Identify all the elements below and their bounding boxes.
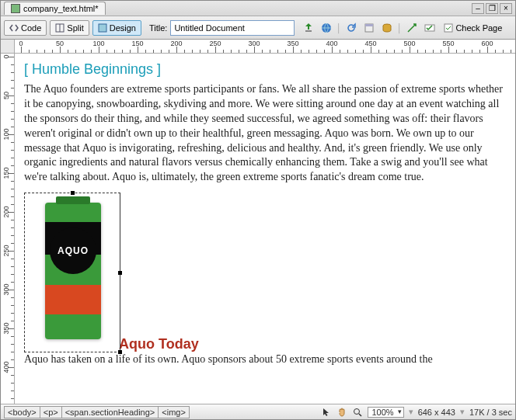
tag-selector-item[interactable]: <span.sectionHeading> [61,406,159,418]
title-label: Title: [149,23,167,33]
code-label: Code [21,23,41,33]
section-heading-2[interactable]: Aquo Today [119,336,199,352]
visual-aids-icon[interactable] [404,20,420,36]
svg-line-10 [359,414,361,416]
hand-tool-icon[interactable] [336,407,347,418]
browser-preview-icon[interactable] [319,20,334,36]
paragraph-1[interactable]: The Aquo founders are extreme sports par… [24,82,506,185]
pointer-tool-icon[interactable] [321,407,332,418]
split-label: Split [67,23,83,33]
zoom-tool-icon[interactable] [352,407,363,418]
split-view-button[interactable]: Split [50,20,89,36]
file-management-icon[interactable] [361,20,377,36]
filesize-download: 17K / 3 sec [469,408,512,417]
document-toolbar: Code Split Design Title: │ │ Check Page [1,16,515,40]
bracket-open: [ [24,61,32,77]
document-tab[interactable]: company_text.html* [4,2,106,15]
design-icon [98,23,107,33]
code-icon [9,23,19,33]
status-bar: <body><p><span.sectionHeading><img> 100%… [1,404,515,419]
separator: │ [397,20,402,36]
check-page-button[interactable]: Check Page [440,20,506,36]
svg-point-9 [354,408,360,414]
separator: ▾ [460,407,465,417]
separator: ▾ [409,407,413,417]
resize-handle[interactable] [118,271,122,275]
vertical-ruler: 050100150200250300350400 [1,54,15,404]
tag-selector-item[interactable]: <img> [158,406,190,418]
tag-selector-item[interactable]: <p> [40,406,62,418]
design-label: Design [110,23,136,33]
selected-image[interactable]: AQUO [24,193,120,352]
svg-rect-8 [445,24,452,32]
tag-selector-item[interactable]: <body> [4,406,40,418]
close-button[interactable]: × [500,3,512,14]
document-tabbar: company_text.html* – ❐ × [1,1,515,16]
section-heading-1[interactable]: [ Humble Beginnings ] [24,61,506,78]
design-view-button[interactable]: Design [92,20,141,36]
title-input[interactable] [170,20,295,36]
minimize-button[interactable]: – [472,3,484,14]
window-dimensions[interactable]: 646 x 443 [418,408,455,417]
edit-area: 050100150200250300350400 [ Humble Beginn… [1,54,515,404]
refresh-icon[interactable] [343,20,359,36]
refresh-split-icon[interactable] [301,20,316,36]
code-view-button[interactable]: Code [4,20,47,36]
restore-button[interactable]: ❐ [486,3,498,14]
product-logo-text: AQUO [50,227,96,274]
ruler-corner [1,40,15,54]
bracket-close: ] [153,61,161,77]
validate-icon[interactable] [422,20,438,36]
file-icon [11,4,20,13]
horizontal-ruler: 050100150200250300350400450500550600 [15,40,515,54]
zoom-dropdown[interactable]: 100% [368,407,403,418]
design-canvas[interactable]: [ Humble Beginnings ] The Aquo founders … [15,54,515,404]
product-image: AQUO [45,203,101,339]
tag-selector: <body><p><span.sectionHeading><img> [4,406,189,418]
paragraph-2[interactable]: Aquo has taken on a life of its own. Aqu… [24,352,506,367]
tab-filename: company_text.html* [23,4,99,13]
live-data-icon[interactable] [379,20,395,36]
svg-rect-2 [99,24,106,32]
dreamweaver-window: company_text.html* – ❐ × Code Split Desi… [0,0,516,420]
separator: │ [336,20,341,36]
heading-text: Humble Beginnings [32,61,153,77]
ruler-row: 050100150200250300350400450500550600 [1,40,515,54]
split-icon [55,23,64,33]
svg-rect-5 [365,24,373,26]
check-page-label: Check Page [455,23,502,33]
